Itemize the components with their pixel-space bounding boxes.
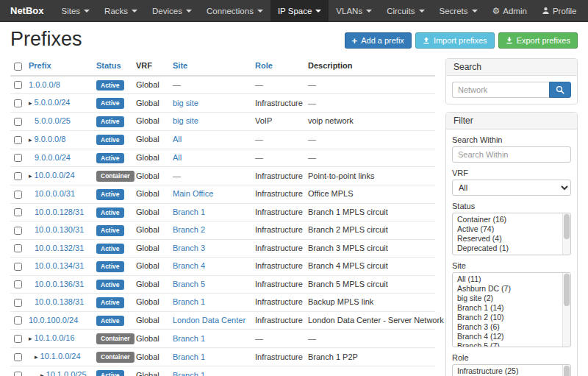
nav-item-admin[interactable]: ⚙ Admin	[485, 0, 534, 21]
column-header-prefix[interactable]: Prefix	[25, 58, 93, 76]
row-checkbox[interactable]	[14, 316, 22, 324]
row-checkbox[interactable]	[14, 372, 22, 376]
row-checkbox[interactable]	[14, 335, 22, 343]
listbox-option[interactable]: Container (16)	[453, 215, 562, 224]
nav-item-secrets[interactable]: Secrets	[432, 0, 485, 21]
column-header-role[interactable]: Role	[251, 58, 304, 76]
nav-item-sites[interactable]: Sites	[54, 0, 98, 21]
row-checkbox[interactable]	[14, 81, 22, 89]
nav-item-ip-space[interactable]: IP Space	[270, 0, 329, 21]
column-header-site[interactable]: Site	[169, 58, 251, 76]
search-input[interactable]	[452, 82, 549, 98]
row-checkbox[interactable]	[14, 208, 22, 216]
expand-arrow-icon[interactable]: ▸	[29, 335, 32, 342]
listbox-option[interactable]: Branch 2 (10)	[453, 313, 562, 322]
listbox-option[interactable]: All (11)	[453, 274, 562, 284]
scrollbar-thumb[interactable]	[564, 366, 570, 376]
app-logo[interactable]: NetBox	[0, 0, 54, 21]
prefix-link[interactable]: 1.0.0.0/8	[29, 80, 60, 89]
nav-item-vlans[interactable]: VLANs	[329, 0, 379, 21]
row-checkbox[interactable]	[14, 172, 22, 180]
row-checkbox[interactable]	[14, 154, 22, 162]
row-checkbox[interactable]	[14, 299, 22, 307]
import-prefixes-button[interactable]: Import prefixes	[415, 32, 495, 49]
scrollbar-thumb[interactable]	[564, 274, 570, 306]
column-header-status[interactable]: Status	[93, 58, 132, 76]
row-checkbox[interactable]	[14, 263, 22, 271]
listbox-option[interactable]: Infrastructure (25)	[453, 366, 562, 376]
prefix-link[interactable]: 10.1.0.0/24	[40, 352, 81, 361]
prefix-link[interactable]: 5.0.0.0/24	[35, 98, 71, 107]
site-link[interactable]: Branch 1	[173, 352, 205, 361]
site-cell: Branch 1	[169, 348, 251, 366]
prefix-link[interactable]: 10.0.0.0/24	[35, 171, 75, 180]
select-all-checkbox[interactable]	[14, 63, 22, 71]
prefix-link[interactable]: 10.0.0.0/31	[35, 189, 75, 198]
prefix-link[interactable]: 9.0.0.0/24	[35, 153, 71, 162]
row-checkbox[interactable]	[14, 136, 22, 144]
expand-arrow-icon[interactable]: ▸	[29, 172, 32, 180]
prefix-link[interactable]: 5.0.0.0/25	[35, 116, 71, 125]
prefix-link[interactable]: 10.0.100.0/24	[29, 316, 78, 324]
row-checkbox[interactable]	[14, 118, 22, 126]
listbox-option[interactable]: Branch 4 (12)	[453, 332, 562, 341]
site-link[interactable]: Main Office	[173, 189, 213, 198]
nav-item-connections[interactable]: Connections	[199, 0, 270, 21]
expand-arrow-icon[interactable]: ▸	[40, 372, 44, 376]
site-link[interactable]: Branch 1	[173, 207, 205, 216]
site-link[interactable]: Branch 2	[173, 225, 205, 234]
prefix-link[interactable]: 9.0.0.0/8	[35, 135, 66, 143]
prefix-link[interactable]: 10.0.0.138/31	[35, 297, 84, 306]
site-link[interactable]: All	[173, 135, 182, 143]
row-checkbox[interactable]	[14, 280, 22, 288]
prefix-link[interactable]: 10.0.0.128/31	[35, 207, 84, 216]
vrf-select[interactable]: All	[452, 180, 571, 196]
site-link[interactable]: Branch 1	[173, 297, 205, 306]
prefix-link[interactable]: 10.0.0.136/31	[35, 280, 84, 288]
expand-arrow-icon[interactable]: ▸	[35, 353, 38, 361]
add-prefix-button[interactable]: + Add a prefix	[345, 32, 412, 49]
expand-arrow-icon[interactable]: ▸	[29, 136, 32, 143]
role-listbox[interactable]: Infrastructure (25)Management (8)Private…	[452, 364, 571, 376]
site-link[interactable]: Branch 1	[173, 371, 205, 376]
site-link[interactable]: All	[173, 153, 182, 162]
vrf-cell: Global	[132, 167, 169, 185]
prefix-link[interactable]: 10.0.0.134/31	[35, 261, 84, 270]
site-link[interactable]: Branch 3	[173, 244, 205, 252]
listbox-option[interactable]: Branch 3 (6)	[453, 322, 562, 332]
nav-item-logout[interactable]: Log out	[584, 0, 588, 21]
listbox-option[interactable]: Ashburn DC (7)	[453, 284, 562, 294]
row-checkbox[interactable]	[14, 244, 22, 252]
export-prefixes-button[interactable]: Export prefixes	[498, 32, 578, 49]
row-checkbox[interactable]	[14, 191, 22, 199]
site-link[interactable]: Branch 5	[173, 280, 205, 288]
row-checkbox[interactable]	[14, 353, 22, 361]
expand-arrow-icon[interactable]: ▸	[29, 99, 32, 107]
nav-item-racks[interactable]: Racks	[97, 0, 145, 21]
nav-item-devices[interactable]: Devices	[145, 0, 199, 21]
row-checkbox[interactable]	[14, 99, 22, 107]
prefix-link[interactable]: 10.0.0.130/31	[35, 225, 84, 234]
site-link[interactable]: Branch 4	[173, 261, 205, 270]
prefix-link[interactable]: 10.1.0.0/25	[46, 370, 87, 376]
listbox-option[interactable]: big site (2)	[453, 294, 562, 303]
site-link[interactable]: big site	[173, 99, 198, 107]
search-button[interactable]	[549, 82, 571, 98]
listbox-option[interactable]: Branch 5 (7)	[453, 341, 562, 347]
listbox-option[interactable]: Active (74)	[453, 224, 562, 234]
site-listbox[interactable]: All (11)Ashburn DC (7)big site (2)Branch…	[452, 272, 571, 347]
search-within-input[interactable]	[452, 146, 571, 163]
prefix-link[interactable]: 10.0.0.132/31	[35, 244, 84, 252]
row-checkbox[interactable]	[14, 227, 22, 235]
nav-item-circuits[interactable]: Circuits	[379, 0, 431, 21]
status-listbox[interactable]: Container (16)Active (74)Reserved (4)Dep…	[452, 213, 571, 255]
site-link[interactable]: London Data Center	[173, 316, 245, 324]
prefix-link[interactable]: 10.1.0.0/16	[35, 333, 75, 342]
listbox-option[interactable]: Reserved (4)	[453, 234, 562, 244]
site-link[interactable]: Branch 1	[173, 334, 205, 343]
scrollbar-thumb[interactable]	[564, 214, 570, 239]
site-link[interactable]: big site	[173, 116, 198, 125]
listbox-option[interactable]: Deprecated (1)	[453, 244, 562, 253]
nav-item-profile[interactable]: Profile	[534, 0, 584, 21]
listbox-option[interactable]: Branch 1 (14)	[453, 303, 562, 313]
